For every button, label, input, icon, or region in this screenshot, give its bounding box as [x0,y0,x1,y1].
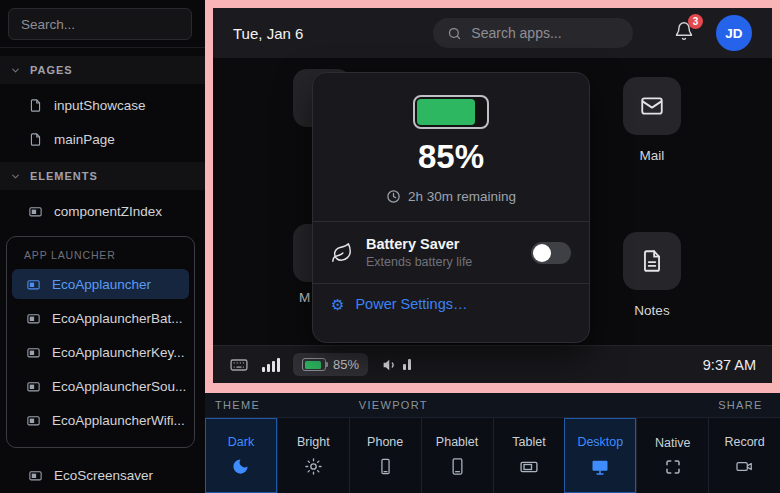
sidebar-item-mainpage[interactable]: mainPage [0,124,205,154]
battery-saver-text: Battery Saver Extends battery life [366,236,472,269]
file-icon [28,132,43,147]
app-launcher-group-label: APP LAUNCHER [12,241,189,269]
speaker-icon [381,356,399,374]
notes-icon [639,248,665,274]
search-icon [447,26,462,41]
viewport-desktop-button[interactable]: Desktop [564,418,636,493]
taskbar-battery-button[interactable]: 85% [293,353,368,376]
component-icon [28,204,43,219]
chevron-down-icon [10,171,21,182]
battery-fill [417,99,475,125]
section-header-pages[interactable]: PAGES [0,56,205,84]
app-tile-notes[interactable]: Notes [623,232,681,318]
app-search-input[interactable]: Search apps... [433,18,633,48]
sidebar-item-ecoapplauncherbat[interactable]: EcoApplauncherBat... [12,303,189,333]
viewport-native-button[interactable]: Native [636,418,708,493]
moon-icon [231,457,250,476]
app-tile-mail[interactable]: Mail [623,77,681,163]
sidebar-item-ecoapplaunchersou[interactable]: EcoApplauncherSou... [12,371,189,401]
tablet-icon [519,457,539,477]
battery-saver-toggle[interactable] [531,242,571,264]
sidebar-item-ecoapplauncherkey[interactable]: EcoApplauncherKey... [12,337,189,367]
sun-icon [304,457,323,476]
share-record-button[interactable]: Record [708,418,780,493]
power-settings-link[interactable]: ⚙ Power Settings… [313,284,589,324]
theme-bright-button[interactable]: Bright [277,418,349,493]
toolbar-group-share-label: SHARE [708,393,780,418]
battery-level-graphic [413,95,489,129]
app-label: Mail [640,148,665,163]
sidebar-item-ecoscreensaver[interactable]: EcoScreensaver [0,460,205,490]
sidebar-divider [0,47,205,48]
sidebar-item-label: EcoScreensaver [54,468,153,483]
topbar-right: 3 JD [674,15,752,51]
notifications-button[interactable]: 3 [674,21,694,45]
viewport-tablet-button[interactable]: Tablet [493,418,565,493]
battery-saver-subtitle: Extends battery life [366,255,472,269]
volume-button[interactable] [381,356,411,374]
section-label: ELEMENTS [30,170,98,182]
taskbar-time: 9:37 AM [703,357,756,373]
desktop: M Mail Notes 85% [213,58,772,345]
button-label: Phablet [436,435,478,449]
battery-saver-row: Battery Saver Extends battery life [313,222,589,283]
component-icon [26,379,41,394]
notification-badge: 3 [688,14,703,29]
app-launcher-group: APP LAUNCHER EcoApplauncher EcoApplaunch… [6,236,195,448]
app-launcher-preview: Tue, Jan 6 Search apps... 3 JD M [213,8,772,383]
viewport-phone-button[interactable]: Phone [349,418,421,493]
signal-bars-icon[interactable] [262,358,280,372]
record-icon [735,457,754,476]
sidebar-search-input[interactable] [8,8,192,40]
sidebar-item-label: EcoApplauncherWifi... [52,413,185,428]
button-label: Tablet [512,435,545,449]
preview-frame: Tue, Jan 6 Search apps... 3 JD M [205,0,780,393]
sidebar-item-ecoapplauncher[interactable]: EcoApplauncher [12,269,189,299]
sidebar-item-label: componentZIndex [54,204,162,219]
button-label: Record [724,435,764,449]
sidebar-item-label: EcoApplauncherSou... [52,379,186,394]
sidebar-item-ecoapplauncherwifi[interactable]: EcoApplauncherWifi... [12,405,189,435]
app-root: PAGES inputShowcase mainPage ELEMENTS co… [0,0,780,493]
avatar[interactable]: JD [716,15,752,51]
battery-saver-title: Battery Saver [366,236,472,252]
power-settings-label: Power Settings… [355,296,467,312]
mail-icon [639,93,665,119]
sidebar-item-label: inputShowcase [54,98,146,113]
taskbar-battery-percent: 85% [333,357,359,372]
sidebar-item-label: EcoApplauncherBat... [52,311,183,326]
file-icon [28,98,43,113]
button-label: Desktop [577,435,623,449]
mail-tile[interactable] [623,77,681,135]
component-icon [26,345,41,360]
date-label: Tue, Jan 6 [233,25,303,42]
toggle-knob [533,244,551,262]
component-icon [28,468,43,483]
sidebar-item-label: mainPage [54,132,115,147]
gear-icon: ⚙ [331,297,344,312]
button-label: Bright [297,435,330,449]
viewport-phablet-button[interactable]: Phablet [421,418,493,493]
section-header-elements[interactable]: ELEMENTS [0,162,205,190]
sidebar-item-label: EcoApplauncherKey... [52,345,185,360]
component-icon [26,311,41,326]
app-label: Notes [634,303,669,318]
sidebar-item-label: EcoApplauncher [52,277,151,292]
app-search-placeholder: Search apps... [471,25,561,41]
sidebar: PAGES inputShowcase mainPage ELEMENTS co… [0,0,205,493]
button-label: Native [655,436,690,450]
bottom-toolbar: THEME VIEWPORT SHARE Dark Bright Phone P… [205,393,780,493]
keyboard-icon[interactable] [229,355,249,375]
theme-dark-button[interactable]: Dark [205,418,277,493]
battery-popover: 85% 2h 30m remaining Battery Saver Exten… [312,72,590,343]
taskbar: 85% 9:37 AM [213,345,772,383]
leaf-icon [331,242,353,264]
sidebar-item-componentzindex[interactable]: componentZIndex [0,196,205,226]
component-icon [26,413,41,428]
sidebar-item-inputshowcase[interactable]: inputShowcase [0,90,205,120]
app-label-partial: M [299,290,310,305]
notes-tile[interactable] [623,232,681,290]
native-icon [664,458,682,476]
battery-icon [302,358,326,371]
phablet-icon [448,457,467,476]
